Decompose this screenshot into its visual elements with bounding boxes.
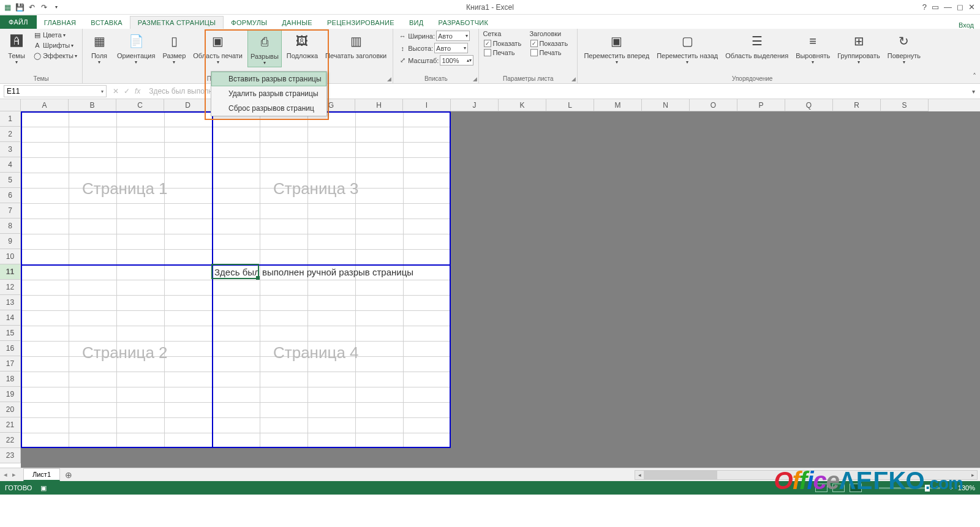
column-header[interactable]: R [833,99,881,111]
row-header[interactable]: 8 [0,219,21,234]
column-header[interactable]: B [69,99,116,111]
themes-button[interactable]: 🅰 Темы ▾ [4,30,29,66]
row-header[interactable]: 16 [0,341,21,356]
ribbon-display-icon[interactable]: ▭ [932,2,939,12]
fx-icon[interactable]: fx [135,87,140,95]
row-header[interactable]: 13 [0,295,21,310]
tab-developer[interactable]: РАЗРАБОТЧИК [431,17,496,29]
tab-formulas[interactable]: ФОРМУЛЫ [224,17,274,29]
column-header[interactable]: S [881,99,929,111]
undo-icon[interactable]: ↶ [27,2,37,12]
row-header[interactable]: 15 [0,326,21,341]
enter-formula-icon[interactable]: ✓ [124,87,130,95]
collapse-ribbon-icon[interactable]: ˄ [973,72,976,81]
colors-button[interactable]: ▤Цвета▾ [32,30,78,40]
selection-pane-button[interactable]: ☰Область выделения [723,30,791,61]
column-header[interactable]: C [116,99,164,111]
column-header[interactable]: J [451,99,499,111]
cells-area[interactable]: Страница 1 Страница 2 Страница 3 Страниц… [21,111,980,468]
column-header[interactable]: D [164,99,212,111]
size-button[interactable]: ▯Размер▾ [160,30,188,66]
column-header[interactable]: P [737,99,785,111]
fit-launcher[interactable]: ◢ [473,76,477,82]
tab-page-layout[interactable]: РАЗМЕТКА СТРАНИЦЫ [130,16,224,29]
page-layout-view-button[interactable] [832,484,845,492]
page-setup-launcher[interactable]: ◢ [387,76,391,82]
row-header[interactable]: 10 [0,249,21,264]
tab-home[interactable]: ГЛАВНАЯ [37,17,84,29]
breaks-button[interactable]: ⎙Разрывы▾ [247,30,282,67]
row-header[interactable]: 2 [0,127,21,142]
zoom-in-button[interactable]: + [949,484,952,491]
width-dropdown[interactable]: Авто▾ [436,31,470,41]
gridlines-print-check[interactable]: Печать [483,48,527,57]
sheet-tab[interactable]: Лист1 [23,468,60,481]
horizontal-scrollbar[interactable]: ◂ ▸ [635,470,978,480]
column-header[interactable]: O [690,99,737,111]
row-header[interactable]: 9 [0,234,21,249]
row-header[interactable]: 1 [0,111,21,127]
align-button[interactable]: ≡Выровнять▾ [793,30,832,66]
sheet-nav-prev-icon[interactable]: ◂ [4,471,7,479]
expand-formula-bar-icon[interactable]: ▾ [967,88,980,95]
column-header[interactable]: H [355,99,403,111]
rotate-button[interactable]: ↻Повернуть▾ [885,30,923,66]
tab-file[interactable]: ФАЙЛ [0,15,37,29]
reset-page-breaks-item[interactable]: Сброс разрывов страниц [211,101,326,116]
effects-button[interactable]: ◯Эффекты▾ [32,51,78,61]
row-header[interactable]: 14 [0,310,21,326]
scroll-right-icon[interactable]: ▸ [968,471,977,479]
tab-review[interactable]: РЕЦЕНЗИРОВАНИЕ [320,17,402,29]
row-header[interactable]: 17 [0,356,21,372]
column-header[interactable]: K [499,99,546,111]
group-button[interactable]: ⊞Группировать▾ [835,30,883,66]
close-icon[interactable]: ✕ [968,2,975,12]
print-titles-button[interactable]: ▥Печатать заголовки [323,30,389,61]
row-header[interactable]: 22 [0,433,21,448]
normal-view-button[interactable] [815,484,827,492]
scroll-thumb[interactable] [644,471,717,479]
tab-view[interactable]: ВИД [402,17,431,29]
scroll-left-icon[interactable]: ◂ [635,471,644,479]
maximize-icon[interactable]: ◻ [957,2,963,12]
macro-record-icon[interactable]: ▣ [40,484,47,492]
column-header[interactable]: I [403,99,451,111]
save-icon[interactable]: 💾 [15,2,24,12]
gridlines-show-check[interactable]: ✓Показать [483,39,527,48]
row-header[interactable]: 21 [0,417,21,433]
page-break-view-button[interactable] [850,484,862,492]
scale-spinner[interactable]: 100%▴▾ [440,55,473,65]
redo-icon[interactable]: ↷ [39,2,49,12]
help-icon[interactable]: ? [922,2,927,12]
cancel-formula-icon[interactable]: ✕ [113,87,119,95]
column-header[interactable]: M [594,99,642,111]
row-header[interactable]: 11 [0,264,21,280]
zoom-out-button[interactable]: − [867,484,870,491]
row-header[interactable]: 19 [0,387,21,402]
margins-button[interactable]: ▦Поля▾ [86,30,112,66]
zoom-slider[interactable] [879,487,940,489]
row-header[interactable]: 18 [0,372,21,387]
column-header[interactable]: N [642,99,690,111]
row-header[interactable]: 20 [0,402,21,417]
row-header[interactable]: 6 [0,188,21,203]
insert-page-break-item[interactable]: Вставить разрыв страницы [211,72,326,86]
print-area-button[interactable]: ▣Область печати▾ [190,30,245,66]
send-backward-button[interactable]: ▢Переместить назад▾ [654,30,720,66]
login-link[interactable]: Вход [959,21,980,29]
column-header[interactable]: A [21,99,69,111]
remove-page-break-item[interactable]: Удалить разрыв страницы [211,86,326,101]
row-header[interactable]: 5 [0,173,21,188]
row-header[interactable]: 4 [0,157,21,173]
row-header[interactable]: 7 [0,203,21,219]
qat-dropdown-icon[interactable]: ▾ [51,2,61,12]
fonts-button[interactable]: AШрифты▾ [32,40,78,50]
headings-show-check[interactable]: ✓Показать [529,39,573,48]
zoom-value[interactable]: 130% [958,484,975,491]
name-box[interactable]: E11▾ [4,85,107,97]
row-header[interactable]: 23 [0,448,21,463]
minimize-icon[interactable]: — [944,2,952,12]
select-all-corner[interactable] [0,99,21,111]
headings-print-check[interactable]: Печать [529,48,573,57]
tab-insert[interactable]: ВСТАВКА [83,17,129,29]
